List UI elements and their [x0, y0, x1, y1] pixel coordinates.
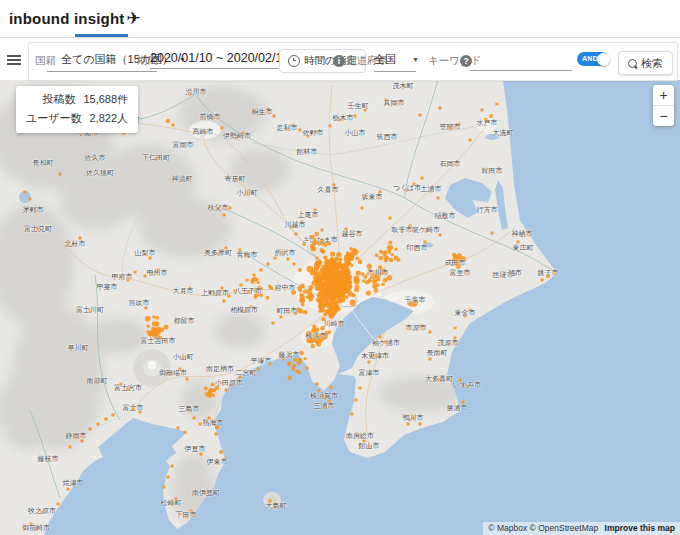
osm-attribution[interactable]: © OpenStreetMap [530, 523, 599, 533]
post-dot [461, 400, 465, 404]
post-dot [460, 256, 466, 262]
post-dot [241, 131, 245, 135]
users-count-row: ユーザー数2,822人 [26, 109, 128, 128]
post-dot [289, 225, 293, 229]
post-dot [260, 287, 264, 291]
and-or-toggle[interactable]: AND [577, 52, 609, 66]
toggle-knob [597, 53, 610, 66]
prefecture-value: 全国 [374, 53, 396, 65]
post-dot [501, 132, 505, 136]
post-dot [281, 357, 285, 361]
post-dot [126, 387, 130, 391]
post-dot [254, 293, 258, 297]
post-dot [131, 407, 135, 411]
post-dot [178, 367, 182, 371]
post-dot [298, 128, 302, 132]
post-dot [312, 248, 316, 252]
post-dot [68, 445, 72, 449]
post-dot [238, 375, 242, 379]
prefecture-select[interactable]: 全国▼ [374, 52, 416, 72]
post-dot [378, 335, 382, 339]
post-dot [337, 291, 342, 296]
post-dot [245, 254, 249, 258]
keyword-input[interactable] [472, 51, 574, 65]
post-dot [363, 108, 367, 112]
post-dot [458, 378, 462, 382]
post-dot [378, 256, 383, 261]
post-dot [327, 280, 334, 287]
post-dot [306, 214, 310, 218]
post-dot [409, 303, 413, 307]
post-dot [34, 527, 38, 531]
post-dot [183, 430, 187, 434]
post-dot [29, 522, 33, 526]
post-dot [308, 287, 312, 291]
mapbox-attribution[interactable]: © Mapbox [488, 523, 527, 533]
post-dot [193, 448, 197, 452]
post-dot [315, 333, 320, 338]
post-dot [328, 124, 332, 128]
post-dot [456, 264, 461, 269]
menu-icon[interactable] [7, 55, 21, 66]
post-dot [336, 252, 341, 257]
post-dot [315, 382, 319, 386]
map[interactable]: 渋川市前橋市高崎市桐生市伊勢崎市足利市佐野市栃木市館林市壬生町真岡市茂木町小山市… [0, 80, 680, 535]
post-dot [520, 233, 524, 237]
post-dots-layer [0, 80, 680, 535]
post-dot [418, 324, 422, 328]
post-dot [288, 376, 292, 380]
post-dot [378, 190, 382, 194]
post-dot [273, 256, 277, 260]
post-dot [394, 256, 399, 261]
post-dot [74, 435, 78, 439]
post-dot [337, 261, 341, 265]
zoom-in-button[interactable]: + [653, 85, 674, 105]
post-dot [145, 316, 151, 322]
post-dot [199, 452, 203, 456]
post-dot [429, 189, 433, 193]
app-header: inbound insight✈ [0, 0, 680, 38]
post-dot [294, 358, 297, 361]
post-dot [376, 283, 380, 287]
post-dot [325, 276, 329, 280]
post-dot [379, 272, 382, 275]
post-dot [238, 248, 242, 252]
app-logo[interactable]: inbound insight✈ [9, 8, 141, 29]
post-dot [303, 357, 306, 360]
zoom-out-button[interactable]: − [653, 106, 674, 126]
search-button[interactable]: 検索 [618, 51, 673, 75]
post-dot [204, 491, 208, 495]
post-dot [453, 336, 457, 340]
post-dot [365, 280, 369, 284]
post-dot [354, 288, 358, 292]
post-dot [46, 458, 50, 462]
post-dot [184, 514, 188, 518]
post-dot [346, 251, 349, 254]
post-dot [266, 107, 270, 111]
post-dot [468, 308, 472, 312]
info-icon[interactable]: i [333, 55, 345, 67]
help-icon[interactable]: ? [460, 55, 472, 67]
post-dot [211, 383, 215, 387]
post-dot [362, 439, 366, 443]
post-dot [216, 252, 220, 256]
post-dot [220, 286, 224, 290]
post-dot [335, 306, 339, 310]
post-dot [350, 412, 354, 416]
post-dot [419, 299, 423, 303]
map-attribution: © Mapbox © OpenStreetMap Improve this ma… [483, 522, 680, 535]
improve-map-link[interactable]: Improve this map [605, 523, 675, 533]
post-dot [317, 241, 322, 246]
post-dot [272, 114, 276, 118]
post-dot [353, 114, 357, 118]
post-dot [320, 326, 324, 330]
post-dot [317, 260, 321, 264]
post-dot [260, 111, 264, 115]
post-dot [181, 290, 185, 294]
posts-label: 投稿数 [42, 93, 75, 105]
post-dot [154, 334, 160, 340]
post-dot [144, 306, 148, 310]
post-dot [352, 293, 356, 297]
post-dot [143, 274, 147, 278]
post-dot [465, 384, 469, 388]
